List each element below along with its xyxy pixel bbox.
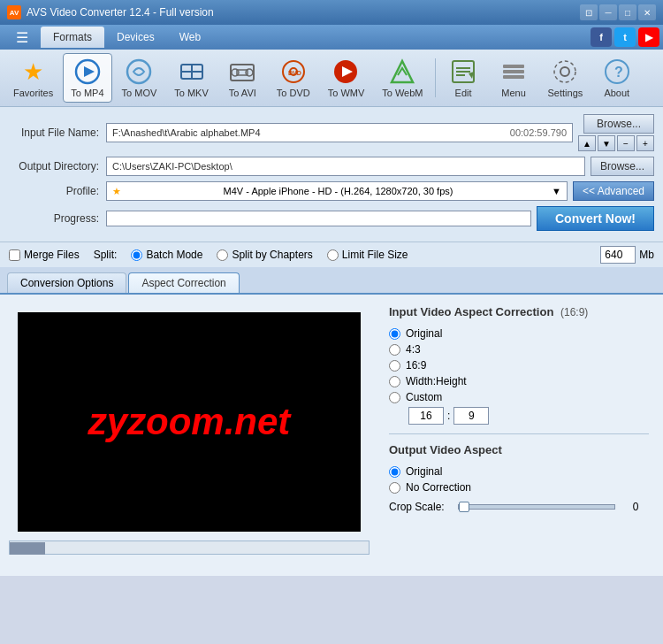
preview-scrollbar-thumb[interactable] xyxy=(10,542,45,555)
preview-scrollbar[interactable] xyxy=(9,540,370,555)
edit-button[interactable]: Edit xyxy=(439,53,488,103)
output-dir-field[interactable]: C:\Users\ZAKI-PC\Desktop\ xyxy=(106,157,585,176)
tab-conversion-options[interactable]: Conversion Options xyxy=(7,272,126,293)
dropdown-arrow-icon: ▼ xyxy=(552,186,561,196)
edit-icon xyxy=(449,58,477,86)
to-wmv-label: To WMV xyxy=(328,88,365,98)
crop-scale-value: 0 xyxy=(622,501,649,513)
favorites-button[interactable]: ★ Favorites xyxy=(5,53,61,103)
tab-devices[interactable]: Devices xyxy=(104,27,167,48)
crop-scale-row: Crop Scale: 0 xyxy=(389,501,649,513)
input-custom-radio[interactable]: Custom xyxy=(389,391,649,403)
to-mov-button[interactable]: To MOV xyxy=(114,53,165,103)
about-button[interactable]: ? About xyxy=(592,53,641,103)
tab-formats[interactable]: Formats xyxy=(41,27,104,48)
input-original-radio[interactable]: Original xyxy=(389,327,649,340)
output-original-radio[interactable]: Original xyxy=(389,465,649,478)
svg-text:DVD: DVD xyxy=(288,70,301,76)
to-wmv-button[interactable]: To WMV xyxy=(320,53,373,103)
to-avi-label: To AVI xyxy=(229,88,256,98)
input-169-radio[interactable]: 16:9 xyxy=(389,359,649,372)
menu-icon xyxy=(499,58,528,86)
input-aspect-title: Input Video Aspect Correction (16:9) xyxy=(389,305,649,318)
window-controls: ⊡ ─ □ ✕ xyxy=(580,4,656,20)
merge-files-checkbox[interactable]: Merge Files xyxy=(9,249,80,261)
to-dvd-label: To DVD xyxy=(277,88,310,98)
input-aspect-options: Original 4:3 16:9 Width:Height Custom xyxy=(389,327,649,425)
to-mp4-button[interactable]: To MP4 xyxy=(63,53,111,103)
crop-thumb[interactable] xyxy=(459,502,469,512)
tab-web[interactable]: Web xyxy=(167,27,213,48)
merge-checkbox-input[interactable] xyxy=(9,249,20,261)
menu-button[interactable]: Menu xyxy=(490,53,538,103)
tab-aspect-correction[interactable]: Aspect Correction xyxy=(128,272,239,293)
to-mov-icon xyxy=(125,58,153,86)
main-area: Input File Name: F:\Anashed\t\Arabic alp… xyxy=(0,107,663,242)
to-avi-button[interactable]: To AVI xyxy=(218,53,267,103)
main-toolbar: ★ Favorites To MP4 To MOV xyxy=(0,50,663,107)
limit-value-input[interactable] xyxy=(600,246,636,264)
to-webm-label: To WebM xyxy=(382,88,423,98)
to-wmv-icon xyxy=(332,58,360,86)
settings-icon xyxy=(551,58,579,86)
to-mkv-icon xyxy=(178,58,206,86)
profile-select[interactable]: ★ M4V - Apple iPhone - HD - (H.264, 1280… xyxy=(106,181,568,201)
svg-marker-1 xyxy=(84,66,95,77)
output-dir-row: Output Directory: C:\Users\ZAKI-PC\Deskt… xyxy=(9,157,654,176)
to-webm-button[interactable]: To WebM xyxy=(374,53,431,103)
to-mkv-button[interactable]: To MKV xyxy=(166,53,217,103)
convert-now-button[interactable]: Convert Now! xyxy=(537,206,654,231)
add-button[interactable]: + xyxy=(636,135,654,151)
progress-label: Progress: xyxy=(9,212,106,225)
remove-button[interactable]: − xyxy=(617,135,635,151)
arrow-down-button[interactable]: ▼ xyxy=(598,135,615,151)
profile-value: M4V - Apple iPhone - HD - (H.264, 1280x7… xyxy=(224,186,453,196)
twitter-button[interactable]: t xyxy=(614,27,636,47)
arrow-up-button[interactable]: ▲ xyxy=(578,135,596,151)
input-file-field[interactable]: F:\Anashed\t\Arabic alphabet.MP4 00:02:5… xyxy=(106,123,573,142)
batch-mode-radio[interactable]: Batch Mode xyxy=(131,249,202,261)
nav-arrows: ▲ ▼ − + xyxy=(578,135,654,151)
limit-radio-input[interactable] xyxy=(327,249,339,261)
svg-point-2 xyxy=(127,60,150,83)
youtube-button[interactable]: ▶ xyxy=(638,27,659,47)
custom-width-input[interactable] xyxy=(408,407,444,425)
to-webm-icon xyxy=(388,58,416,86)
batch-radio-input[interactable] xyxy=(131,249,142,261)
output-browse-button[interactable]: Browse... xyxy=(591,157,654,176)
hamburger-menu[interactable]: ☰ xyxy=(4,27,41,48)
crop-scale-slider[interactable] xyxy=(458,504,615,510)
profile-row: Profile: ★ M4V - Apple iPhone - HD - (H.… xyxy=(9,181,654,201)
input-browse-button[interactable]: Browse... xyxy=(583,114,654,134)
output-aspect-section: Output Video Aspect Original No Correcti… xyxy=(389,443,649,513)
to-dvd-icon: DVD xyxy=(279,58,308,86)
input-duration: 00:02:59.790 xyxy=(510,127,567,138)
tab-strip: Conversion Options Aspect Correction xyxy=(0,267,663,295)
aspect-panel: Input Video Aspect Correction (16:9) Ori… xyxy=(375,295,663,576)
bottom-controls: Merge Files Split: Batch Mode Split by C… xyxy=(0,242,663,267)
to-dvd-button[interactable]: DVD To DVD xyxy=(269,53,318,103)
section-divider xyxy=(389,433,649,434)
input-file-value: F:\Anashed\t\Arabic alphabet.MP4 xyxy=(112,127,261,138)
split-label: Split: xyxy=(94,249,118,261)
split-chapters-radio[interactable]: Split by Chapters xyxy=(217,249,312,261)
custom-height-input[interactable] xyxy=(453,407,489,425)
menu-label: Menu xyxy=(501,88,526,98)
close-button[interactable]: ✕ xyxy=(638,4,656,20)
output-aspect-title: Output Video Aspect xyxy=(389,443,649,456)
output-dir-value: C:\Users\ZAKI-PC\Desktop\ xyxy=(112,161,232,172)
input-widthheight-radio[interactable]: Width:Height xyxy=(389,375,649,387)
edit-label: Edit xyxy=(455,88,472,98)
advanced-button[interactable]: << Advanced xyxy=(573,181,654,201)
restore-button[interactable]: ⊡ xyxy=(580,4,598,20)
output-nocorrection-radio[interactable]: No Correction xyxy=(389,481,649,494)
facebook-button[interactable]: f xyxy=(591,27,612,47)
input-43-radio[interactable]: 4:3 xyxy=(389,343,649,356)
settings-button[interactable]: Settings xyxy=(540,53,591,103)
maximize-button[interactable]: □ xyxy=(619,4,636,20)
settings-label: Settings xyxy=(548,88,583,98)
limit-filesize-radio[interactable]: Limit File Size xyxy=(327,249,408,261)
input-aspect-section: Input Video Aspect Correction (16:9) Ori… xyxy=(389,305,649,425)
minimize-button[interactable]: ─ xyxy=(599,4,617,20)
chapters-radio-input[interactable] xyxy=(217,249,228,261)
